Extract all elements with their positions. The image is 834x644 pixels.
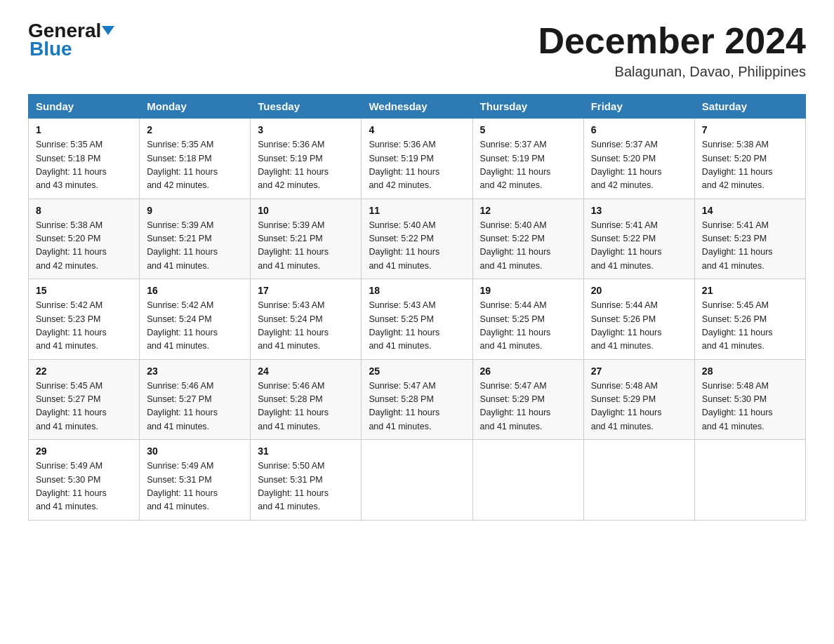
day-number: 20 [591,285,687,296]
day-number: 22 [36,365,132,377]
calendar-cell: 21Sunrise: 5:45 AMSunset: 5:26 PMDayligh… [694,279,805,360]
calendar-cell: 11Sunrise: 5:40 AMSunset: 5:22 PMDayligh… [362,199,472,279]
calendar-cell [583,440,694,521]
calendar-cell: 14Sunrise: 5:41 AMSunset: 5:23 PMDayligh… [694,199,805,279]
header-cell-wednesday: Wednesday [362,95,472,119]
day-info: Sunrise: 5:40 AMSunset: 5:22 PMDaylight:… [480,219,576,274]
day-number: 26 [480,365,576,377]
day-info: Sunrise: 5:35 AMSunset: 5:18 PMDaylight:… [147,138,243,193]
day-number: 8 [36,205,132,216]
calendar-cell: 25Sunrise: 5:47 AMSunset: 5:28 PMDayligh… [362,359,472,440]
day-info: Sunrise: 5:37 AMSunset: 5:19 PMDaylight:… [480,138,576,193]
location-subtitle: Balagunan, Davao, Philippines [538,64,806,80]
calendar-cell: 19Sunrise: 5:44 AMSunset: 5:25 PMDayligh… [472,279,583,360]
calendar-cell: 9Sunrise: 5:39 AMSunset: 5:21 PMDaylight… [140,199,251,279]
day-number: 24 [258,365,354,377]
day-number: 15 [36,285,132,296]
day-number: 2 [147,124,243,135]
day-info: Sunrise: 5:40 AMSunset: 5:22 PMDaylight:… [369,219,465,274]
day-info: Sunrise: 5:47 AMSunset: 5:28 PMDaylight:… [369,380,465,434]
day-info: Sunrise: 5:41 AMSunset: 5:22 PMDaylight:… [591,219,687,274]
day-number: 16 [147,285,243,296]
calendar-cell: 8Sunrise: 5:38 AMSunset: 5:20 PMDaylight… [29,199,140,279]
header-row: SundayMondayTuesdayWednesdayThursdayFrid… [29,95,806,119]
calendar-cell: 28Sunrise: 5:48 AMSunset: 5:30 PMDayligh… [694,359,805,440]
day-info: Sunrise: 5:50 AMSunset: 5:31 PMDaylight:… [258,459,354,514]
calendar-table: SundayMondayTuesdayWednesdayThursdayFrid… [28,94,806,521]
logo: General Blue [28,21,115,60]
day-info: Sunrise: 5:38 AMSunset: 5:20 PMDaylight:… [702,138,798,193]
header-cell-sunday: Sunday [29,95,140,119]
calendar-cell: 2Sunrise: 5:35 AMSunset: 5:18 PMDaylight… [140,119,251,199]
calendar-cell: 26Sunrise: 5:47 AMSunset: 5:29 PMDayligh… [472,359,583,440]
header-cell-monday: Monday [140,95,251,119]
day-number: 21 [702,285,798,296]
day-info: Sunrise: 5:45 AMSunset: 5:26 PMDaylight:… [702,299,798,354]
day-number: 1 [36,124,132,135]
month-title: December 2024 [538,21,806,61]
day-number: 31 [258,445,354,457]
calendar-cell [694,440,805,521]
calendar-cell: 3Sunrise: 5:36 AMSunset: 5:19 PMDaylight… [251,119,362,199]
day-number: 17 [258,285,354,296]
calendar-cell: 17Sunrise: 5:43 AMSunset: 5:24 PMDayligh… [251,279,362,360]
calendar-cell: 29Sunrise: 5:49 AMSunset: 5:30 PMDayligh… [29,440,140,521]
day-info: Sunrise: 5:43 AMSunset: 5:25 PMDaylight:… [369,299,465,354]
calendar-cell: 6Sunrise: 5:37 AMSunset: 5:20 PMDaylight… [583,119,694,199]
day-info: Sunrise: 5:42 AMSunset: 5:24 PMDaylight:… [147,299,243,354]
week-row-3: 15Sunrise: 5:42 AMSunset: 5:23 PMDayligh… [29,279,806,360]
day-number: 25 [369,365,465,377]
day-info: Sunrise: 5:41 AMSunset: 5:23 PMDaylight:… [702,219,798,274]
calendar-cell [472,440,583,521]
calendar-cell: 16Sunrise: 5:42 AMSunset: 5:24 PMDayligh… [140,279,251,360]
day-info: Sunrise: 5:43 AMSunset: 5:24 PMDaylight:… [258,299,354,354]
calendar-cell: 5Sunrise: 5:37 AMSunset: 5:19 PMDaylight… [472,119,583,199]
day-info: Sunrise: 5:46 AMSunset: 5:27 PMDaylight:… [147,380,243,434]
calendar-body: 1Sunrise: 5:35 AMSunset: 5:18 PMDaylight… [29,119,806,521]
calendar-cell [362,440,472,521]
day-number: 12 [480,205,576,216]
calendar-cell: 12Sunrise: 5:40 AMSunset: 5:22 PMDayligh… [472,199,583,279]
day-info: Sunrise: 5:39 AMSunset: 5:21 PMDaylight:… [258,219,354,274]
day-number: 9 [147,205,243,216]
day-info: Sunrise: 5:49 AMSunset: 5:31 PMDaylight:… [147,459,243,514]
page-header: General Blue December 2024 Balagunan, Da… [28,21,806,80]
day-info: Sunrise: 5:46 AMSunset: 5:28 PMDaylight:… [258,380,354,434]
day-info: Sunrise: 5:44 AMSunset: 5:25 PMDaylight:… [480,299,576,354]
day-number: 13 [591,205,687,216]
calendar-cell: 31Sunrise: 5:50 AMSunset: 5:31 PMDayligh… [251,440,362,521]
header-cell-tuesday: Tuesday [251,95,362,119]
day-number: 6 [591,124,687,135]
day-number: 5 [480,124,576,135]
day-number: 28 [702,365,798,377]
week-row-4: 22Sunrise: 5:45 AMSunset: 5:27 PMDayligh… [29,359,806,440]
calendar-cell: 1Sunrise: 5:35 AMSunset: 5:18 PMDaylight… [29,119,140,199]
day-number: 4 [369,124,465,135]
calendar-header: SundayMondayTuesdayWednesdayThursdayFrid… [29,95,806,119]
calendar-cell: 22Sunrise: 5:45 AMSunset: 5:27 PMDayligh… [29,359,140,440]
calendar-cell: 30Sunrise: 5:49 AMSunset: 5:31 PMDayligh… [140,440,251,521]
day-info: Sunrise: 5:42 AMSunset: 5:23 PMDaylight:… [36,299,132,354]
calendar-cell: 13Sunrise: 5:41 AMSunset: 5:22 PMDayligh… [583,199,694,279]
day-info: Sunrise: 5:48 AMSunset: 5:29 PMDaylight:… [591,380,687,434]
calendar-cell: 10Sunrise: 5:39 AMSunset: 5:21 PMDayligh… [251,199,362,279]
calendar-cell: 18Sunrise: 5:43 AMSunset: 5:25 PMDayligh… [362,279,472,360]
week-row-1: 1Sunrise: 5:35 AMSunset: 5:18 PMDaylight… [29,119,806,199]
day-number: 18 [369,285,465,296]
week-row-2: 8Sunrise: 5:38 AMSunset: 5:20 PMDaylight… [29,199,806,279]
calendar-cell: 4Sunrise: 5:36 AMSunset: 5:19 PMDaylight… [362,119,472,199]
week-row-5: 29Sunrise: 5:49 AMSunset: 5:30 PMDayligh… [29,440,806,521]
day-info: Sunrise: 5:44 AMSunset: 5:26 PMDaylight:… [591,299,687,354]
day-number: 14 [702,205,798,216]
day-number: 7 [702,124,798,135]
day-number: 10 [258,205,354,216]
day-info: Sunrise: 5:37 AMSunset: 5:20 PMDaylight:… [591,138,687,193]
day-number: 30 [147,445,243,457]
day-info: Sunrise: 5:48 AMSunset: 5:30 PMDaylight:… [702,380,798,434]
day-number: 29 [36,445,132,457]
calendar-cell: 27Sunrise: 5:48 AMSunset: 5:29 PMDayligh… [583,359,694,440]
calendar-cell: 15Sunrise: 5:42 AMSunset: 5:23 PMDayligh… [29,279,140,360]
day-number: 3 [258,124,354,135]
logo-triangle-icon [102,26,114,35]
header-cell-saturday: Saturday [694,95,805,119]
